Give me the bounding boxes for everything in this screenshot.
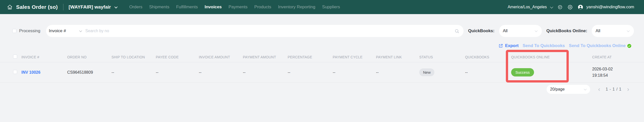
create-at-date: 2026-03-02 [592,66,644,72]
store-selector-label: [WAYFAIR] wayfair [68,4,111,10]
nav-item-payments[interactable]: Payments [229,5,248,10]
settings-gear-icon[interactable] [568,5,573,10]
search-type-dropdown[interactable]: Invoice # [46,28,84,33]
quickbooks-online-filter-label: QuickBooks Online: [546,28,587,33]
nav-item-orders[interactable]: Orders [129,5,142,10]
home-icon[interactable] [7,4,13,10]
send-to-quickbooks-label: Send To Quickbooks [523,43,565,48]
quickbooks-filter-label: QuickBooks: [468,28,495,33]
column-header-order-no: ORDER NO [67,55,111,59]
column-header-quickbooks-online: QUICKBOOKS ONLINE [511,55,592,59]
app-title: Sales Order (so) [16,4,58,10]
column-header-ship-to-location: SHIP TO LOCATION [111,55,156,59]
page-range: 1 - 1 / 1 [606,87,622,92]
search-icon[interactable] [454,29,459,33]
quickbooks-filter-value: All [503,28,508,33]
status-badge: New [419,68,434,76]
column-header-invoice-amount: INVOICE AMOUNT [199,55,243,59]
send-to-quickbooks-online-button[interactable]: Send To Quickbooks Online [569,43,631,48]
page-size-value: 20/page [550,87,565,92]
column-header-percentage: PERCENTAGE [288,55,333,59]
payee-code-cell: -- [156,70,199,75]
table-row: INV 10026 CS964518809 -- -- -- -- -- -- … [0,62,644,83]
user-email[interactable]: yanshi@windingflow.com [586,5,634,10]
payment-link-cell: -- [376,70,419,75]
pagination: 20/page ‹ 1 - 1 / 1 › [547,85,630,94]
filter-row: Processing Invoice # QuickBooks: All Qui… [12,25,633,37]
column-header-quickbooks: QUICKBOOKS [465,55,511,59]
column-header-payment-link: PAYMENT LINK [376,55,419,59]
row-select-cell [0,70,21,75]
topbar-left-group: Sales Order (so) [WAYFAIR] wayfair Order… [0,4,340,10]
search-input[interactable] [84,29,454,33]
column-header-payee-code: PAYEE CODE [156,55,199,59]
store-selector[interactable]: [WAYFAIR] wayfair [68,4,117,10]
nav-item-fulfillments[interactable]: Fulfillments [176,5,198,10]
column-header-create-at: CREATE AT [592,55,644,59]
nav-item-inventory-reporting[interactable]: Inventory Reporting [278,5,315,10]
topbar-right-group: America/Los_Angeles yanshi@windingflow.c… [508,5,644,10]
table-header-row: INVOICE # ORDER NO SHIP TO LOCATION PAYE… [0,52,644,62]
connected-check-icon [627,44,631,48]
create-at-cell: 2026-03-02 19:18:54 [592,66,644,79]
chevron-down-icon [550,5,553,8]
timezone-label: America/Los_Angeles [508,5,547,9]
export-button[interactable]: Export [499,43,519,48]
quickbooks-filter-dropdown[interactable]: All [499,25,542,37]
column-header-status: STATUS [419,55,465,59]
nav-item-shipments[interactable]: Shipments [149,5,169,10]
select-all-checkbox[interactable] [13,55,17,59]
search-group: Invoice # [46,25,464,37]
select-all-cell [0,55,21,60]
send-to-quickbooks-online-label: Send To Quickbooks Online [569,43,626,48]
export-icon [499,44,503,48]
search-type-value: Invoice # [49,28,66,33]
export-label: Export [505,43,519,48]
invoice-number-link[interactable]: INV 10026 [21,70,41,74]
quickbooks-online-status-badge: Success [511,68,534,76]
invoices-page: Sales Order (so) [WAYFAIR] wayfair Order… [0,0,644,122]
prev-page-icon[interactable]: ‹ [597,86,601,92]
top-navigation-bar: Sales Order (so) [WAYFAIR] wayfair Order… [0,0,644,14]
column-header-payment-cycle: PAYMENT CYCLE [333,55,376,59]
nav-item-invoices[interactable]: Invoices [205,5,222,10]
order-no-cell: CS964518809 [67,70,111,75]
quickbooks-online-filter-value: All [595,28,600,33]
payment-amount-cell: -- [243,70,288,75]
processing-label[interactable]: Processing [19,28,40,33]
ship-to-location-cell: -- [111,70,156,75]
topbar-divider [63,4,63,10]
timezone-selector[interactable]: America/Los_Angeles [508,5,552,9]
payment-cycle-cell: -- [333,70,376,75]
chevron-down-icon [627,29,630,32]
main-nav: Orders Shipments Fulfillments Invoices P… [129,5,340,10]
nav-item-suppliers[interactable]: Suppliers [322,5,340,10]
quickbooks-cell: -- [465,70,511,75]
chevron-down-icon [584,88,587,90]
nav-item-products[interactable]: Products [254,5,271,10]
user-avatar-icon[interactable] [578,5,583,10]
chevron-down-icon [535,29,538,32]
create-at-time: 19:18:54 [592,72,644,79]
chevron-down-icon [79,29,82,32]
percentage-cell: -- [288,70,333,75]
invoice-amount-cell: -- [199,70,243,75]
send-to-quickbooks-button[interactable]: Send To Quickbooks [523,43,565,48]
column-header-payment-amount: PAYMENT AMOUNT [243,55,288,59]
processing-checkbox[interactable] [12,29,16,33]
action-row: Export Send To Quickbooks Send To Quickb… [499,42,631,50]
chevron-down-icon [114,5,118,8]
column-header-invoice-no: INVOICE # [21,55,67,59]
feedback-icon[interactable] [558,5,562,10]
page-size-dropdown[interactable]: 20/page [547,85,590,94]
row-checkbox[interactable] [13,70,17,74]
next-page-icon[interactable]: › [626,86,630,92]
quickbooks-online-filter-dropdown[interactable]: All [592,25,634,37]
